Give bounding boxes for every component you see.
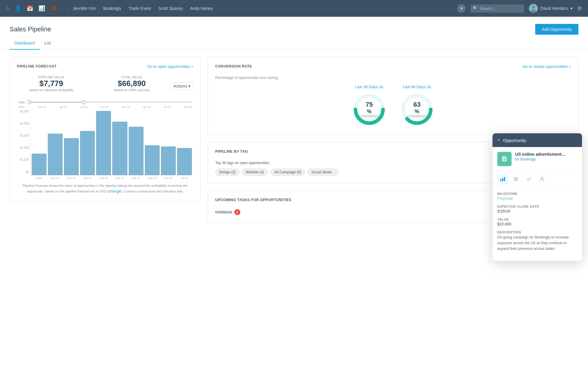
user-icon[interactable]: 👤	[15, 5, 21, 12]
svg-rect-12	[514, 180, 518, 181]
tag-ad-campaign[interactable]: Ad Campaign (6)	[270, 169, 305, 176]
bar-label: May 16	[144, 177, 159, 180]
opp-logo: B	[497, 152, 512, 166]
chevron-down-icon: ▾	[570, 6, 572, 11]
donut-90-label: Last 90 Days (4)	[403, 85, 431, 89]
briefcase-icon[interactable]: 💼	[50, 5, 57, 12]
actions-label: Actions	[173, 84, 187, 88]
bar-label: Jan 16	[80, 177, 95, 180]
conversion-rate-title: CONVERSION RATE	[215, 64, 252, 68]
opp-tab-person[interactable]	[537, 174, 547, 184]
opp-panel-header: < Opportunity	[492, 133, 582, 147]
donut-30-pct: 75	[366, 101, 373, 108]
page-title: Sales Pipeline	[10, 25, 51, 33]
tag-website[interactable]: Website (4)	[242, 169, 268, 176]
opp-tab-chart[interactable]	[497, 174, 508, 184]
nav-add-button[interactable]: +	[457, 4, 466, 13]
range-left-handle[interactable]	[28, 100, 31, 104]
bar-item	[112, 122, 127, 175]
svg-rect-9	[504, 177, 505, 181]
add-opportunity-button[interactable]: Add Opportunity	[535, 24, 578, 35]
pipeline-value-label: PIPELINE VALUE	[17, 76, 86, 79]
nav-right: + 🔍 David Henders ▾ ⚙	[457, 4, 582, 13]
svg-rect-8	[502, 178, 503, 181]
top-nav: ⌂ 👤 📅 📊 💼 Jennifer Kim Bookingly Trade E…	[0, 0, 588, 17]
tag-social-strate[interactable]: Social Strate...	[307, 169, 338, 176]
bar-label: Nov 15	[47, 177, 62, 180]
opp-name: US online advertisment...	[515, 152, 565, 157]
opp-company: for Bookingly	[515, 157, 565, 161]
user-area[interactable]: David Henders ▾	[529, 4, 572, 13]
avatar	[529, 4, 538, 13]
tag-design[interactable]: Design (2)	[215, 169, 239, 176]
bar-label: Older	[31, 177, 46, 180]
conversion-rate-card: CONVERSION RATE Go to closed opportuniti…	[208, 57, 578, 135]
overdue-label: OVERDUE	[215, 210, 233, 214]
svg-rect-7	[500, 179, 501, 181]
bar-item	[96, 111, 111, 175]
calendar-icon[interactable]: 📅	[27, 5, 33, 12]
total-value-label: TOTAL VALUE	[98, 76, 166, 79]
tab-list[interactable]: List	[40, 37, 56, 50]
bar-chart	[30, 110, 193, 175]
donut-30-sub: CONVERTED	[359, 115, 379, 118]
nav-link-bookingly[interactable]: Bookingly	[103, 6, 121, 11]
bar-label: Mar 16	[112, 177, 127, 180]
opp-description-field: Description On-going campaign for Bookin…	[497, 230, 577, 252]
nav-link-jennifer[interactable]: Jennifer Kim	[73, 6, 96, 11]
chart-icon[interactable]: 📊	[39, 5, 45, 12]
donut-30-text: 75% CONVERTED	[351, 91, 387, 127]
search-input[interactable]	[470, 4, 524, 13]
pipeline-stats: PIPELINE VALUE $7,779 based on milestone…	[17, 76, 166, 92]
donut-90-text: 63% CONVERTED	[399, 91, 435, 127]
tab-dashboard[interactable]: Dashboard	[10, 37, 40, 50]
nav-link-trade-event[interactable]: Trade Event	[128, 6, 151, 11]
donut-30-days: Last 30 Days (4) 75% CONVERTED	[351, 85, 387, 127]
actions-button[interactable]: Actions ▾	[171, 82, 193, 90]
pipeline-by-tag-title: PIPELINE BY TAG	[215, 149, 248, 154]
search-wrap: 🔍	[470, 4, 524, 13]
opp-milestone-field: Milestone Proposal	[497, 192, 577, 201]
opp-close-date-field: Expected Close Date 5/15/16	[497, 205, 577, 213]
content-wrap: PIPELINE FORECAST Go to open opportuniti…	[0, 50, 588, 237]
closed-opportunities-link[interactable]: Go to closed opportunities >	[523, 64, 571, 69]
user-name: David Henders	[540, 6, 568, 11]
conversion-subtitle: Percentage of opportunities won during:	[215, 76, 571, 80]
value-field-value: $22,000	[497, 222, 577, 226]
opp-tab-check[interactable]	[524, 174, 534, 184]
opp-tab-list[interactable]	[510, 174, 521, 184]
bar-item	[32, 154, 47, 175]
total-value-block: TOTAL VALUE $66,890 based on 100% succes…	[98, 76, 166, 92]
gear-icon[interactable]: ⚙	[577, 5, 582, 12]
opp-panel-back-button[interactable]: <	[497, 137, 500, 143]
opp-tabs-row	[492, 171, 582, 187]
range-right-handle[interactable]	[82, 100, 85, 104]
bar-item	[129, 127, 144, 175]
opp-panel-title: Opportunity	[503, 138, 526, 143]
home-icon[interactable]: ⌂	[6, 5, 9, 12]
pipeline-forecast-header: PIPELINE FORECAST Go to open opportuniti…	[17, 64, 193, 73]
bar-labels: OlderNov 15Dev 15Jan 16Feb 16Mar 16Apr 1…	[30, 175, 193, 180]
chart-container: $5,000$4,000$3,000$2,000$1,000$0 OlderNo…	[17, 110, 193, 180]
svg-point-13	[541, 177, 543, 179]
donut-90-pct: 63	[413, 101, 421, 108]
opp-identity: B US online advertisment... for Bookingl…	[492, 147, 582, 171]
nav-link-scott-spacey[interactable]: Scott Spacey	[158, 6, 183, 11]
bar-item	[177, 148, 192, 175]
page-header: Sales Pipeline Add Opportunity	[0, 17, 588, 35]
nav-link-andy-haney[interactable]: Andy Haney	[190, 6, 213, 11]
change-currency-link[interactable]: change	[108, 189, 121, 193]
donut-90-chart: 63% CONVERTED	[399, 91, 435, 127]
search-icon: 🔍	[473, 6, 478, 11]
chart-note: Pipeline Forecast shows the value of opp…	[17, 183, 193, 194]
tabs: Dashboard List	[0, 37, 588, 50]
bar-item	[161, 146, 176, 175]
total-value: $66,890	[98, 79, 166, 88]
pipeline-value-sub: based on milestone probability	[17, 88, 86, 92]
conversion-rate-header: CONVERSION RATE Go to closed opportuniti…	[215, 64, 571, 73]
open-opportunities-link[interactable]: Go to open opportunities >	[147, 64, 193, 69]
pipeline-forecast-title: PIPELINE FORECAST	[17, 64, 57, 68]
page: Sales Pipeline Add Opportunity Dashboard…	[0, 17, 588, 370]
range-label-older: Older	[18, 101, 25, 104]
total-value-sub: based on 100% success	[98, 88, 166, 92]
